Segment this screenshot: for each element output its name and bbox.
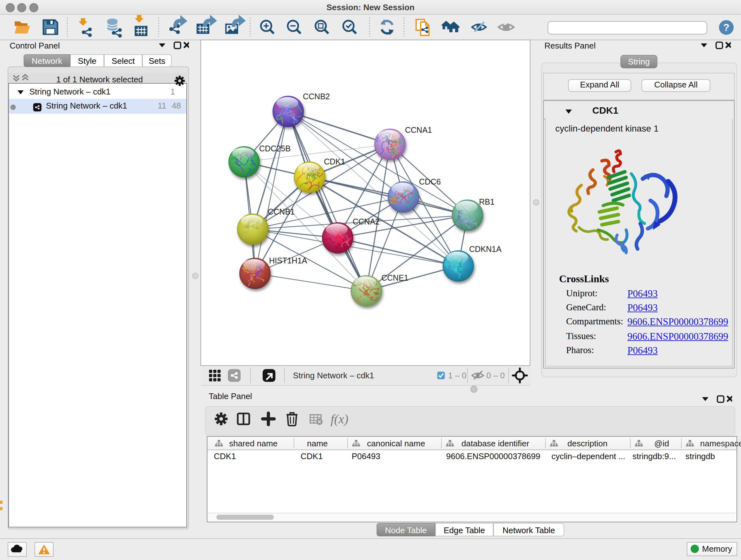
svg-text:?: ?: [723, 22, 730, 33]
svg-text:CCNA1: CCNA1: [405, 125, 432, 134]
svg-text:CDC25B: CDC25B: [259, 144, 291, 153]
svg-text:CCNB2: CCNB2: [303, 92, 330, 101]
svg-text:RB1: RB1: [479, 197, 495, 206]
svg-text:CCNB1: CCNB1: [268, 207, 295, 216]
svg-text:1 – 0: 1 – 0: [448, 371, 467, 380]
svg-text:CDK1: CDK1: [324, 157, 345, 166]
svg-text:CCNA2: CCNA2: [353, 217, 380, 226]
svg-text:f(x): f(x): [331, 412, 348, 426]
svg-text:CDC6: CDC6: [419, 177, 441, 186]
svg-text:0 – 0: 0 – 0: [486, 371, 505, 380]
svg-text:CCNE1: CCNE1: [381, 273, 408, 282]
svg-text:String Network – cdk1: String Network – cdk1: [293, 371, 374, 380]
svg-text:HIST1H1A: HIST1H1A: [269, 256, 307, 265]
svg-text:CDKN1A: CDKN1A: [469, 245, 502, 253]
